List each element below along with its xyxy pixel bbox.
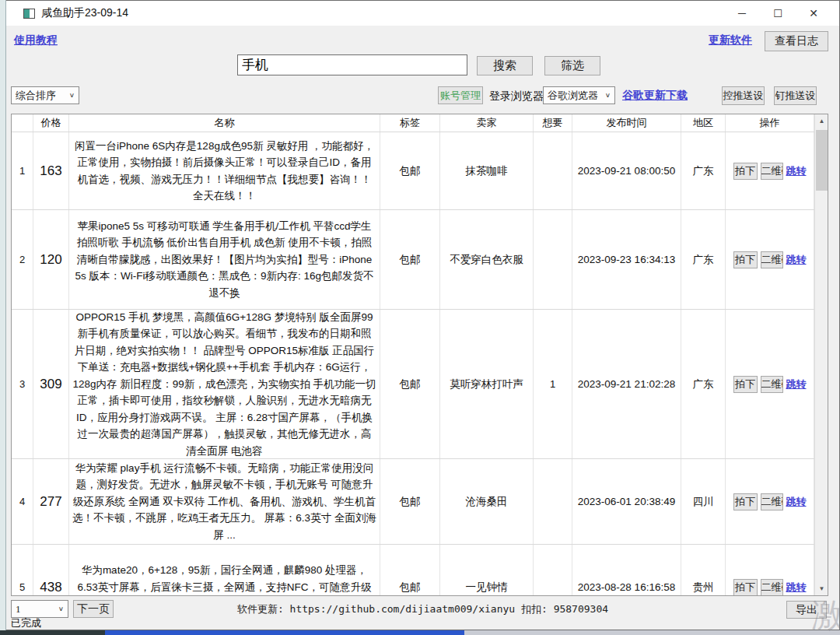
row-item-name: OPPOR15 手机 梦境黑，高颜值6G+128G 梦境特别 版全面屏99新手机… bbox=[69, 310, 380, 458]
row-price: 309 bbox=[33, 310, 69, 458]
row-want-count bbox=[534, 132, 572, 209]
table-row[interactable]: 1 163 闲置一台iPhone 6S内存是128g成色95新 灵敏好用 ，功能… bbox=[12, 132, 814, 210]
qrcode-button[interactable]: 二维码 bbox=[761, 579, 783, 596]
row-number: 5 bbox=[12, 545, 33, 595]
qrcode-button[interactable]: 二维码 bbox=[761, 251, 783, 268]
buy-button[interactable]: 拍下 bbox=[733, 251, 758, 268]
update-software-link[interactable]: 更新软件 bbox=[709, 33, 752, 47]
header-name: 名称 bbox=[69, 114, 380, 132]
row-region: 广东 bbox=[681, 310, 726, 458]
row-region: 贵州 bbox=[681, 545, 726, 595]
filter-button[interactable]: 筛选 bbox=[544, 56, 600, 75]
row-price: 438 bbox=[33, 545, 69, 595]
row-region: 四川 bbox=[681, 459, 726, 544]
buy-button[interactable]: 拍下 bbox=[733, 493, 758, 510]
titlebar[interactable]: 咸鱼助手23-09-14 ─ ☐ ✕ bbox=[6, 1, 839, 26]
status-text: 已完成 bbox=[11, 616, 41, 630]
row-region: 广东 bbox=[681, 132, 726, 209]
search-row: 搜索 筛选 bbox=[6, 54, 839, 77]
header-want: 想要 bbox=[534, 114, 572, 132]
row-price: 277 bbox=[33, 459, 69, 544]
jump-link[interactable]: 跳转 bbox=[786, 253, 807, 267]
sort-select[interactable]: 综合排序 ∨ bbox=[11, 86, 79, 104]
row-number: 3 bbox=[12, 310, 33, 458]
row-publish-time: 2023-09-21 08:00:50 bbox=[572, 132, 681, 209]
header-row-number bbox=[12, 114, 33, 132]
row-tag: 包邮 bbox=[380, 459, 440, 544]
wechat-push-settings-button[interactable]: 控推送设 bbox=[722, 86, 765, 105]
export-button[interactable]: 导出 bbox=[786, 601, 827, 619]
row-seller: 一见钟情 bbox=[440, 545, 534, 595]
row-item-name: 苹果ipone5 5s 可移动可联通 学生备用手机/工作机 平替ccd学生拍照听… bbox=[69, 210, 380, 309]
table-scrollbar[interactable]: ▲ ▼ bbox=[814, 114, 828, 595]
row-want-count bbox=[534, 545, 572, 595]
scrollbar-thumb[interactable] bbox=[816, 130, 828, 191]
scroll-down-icon[interactable]: ▼ bbox=[815, 582, 828, 595]
table-row[interactable]: 4 277 华为荣耀 play手机 运行流畅不卡顿。无暗病，功能正常使用没问题，… bbox=[12, 459, 814, 545]
qrcode-button[interactable]: 二维码 bbox=[761, 376, 783, 393]
close-button[interactable]: ✕ bbox=[796, 1, 831, 26]
search-input[interactable] bbox=[237, 54, 467, 75]
header-price: 价格 bbox=[33, 114, 69, 132]
row-seller: 沧海桑田 bbox=[440, 459, 534, 544]
row-tag: 包邮 bbox=[380, 210, 440, 309]
table-row[interactable]: 5 438 华为mate20，6+128，95新，国行全网通，麒麟980 处理器… bbox=[12, 545, 814, 595]
toolbar: 综合排序 ∨ 账号管理 登录浏览器: 谷歌浏览器 ∨ 谷歌更新下载 控推送设 钉… bbox=[6, 85, 839, 107]
row-seller: 不爱穿白色衣服 bbox=[440, 210, 534, 309]
row-publish-time: 2023-09-23 16:34:13 bbox=[572, 210, 681, 309]
maximize-button[interactable]: ☐ bbox=[760, 1, 796, 26]
row-item-name: 华为mate20，6+128，95新，国行全网通，麒麟980 处理器，6.53英… bbox=[69, 545, 380, 595]
software-update-info: 软件更新: https://github.com/dijiaatm009/xia… bbox=[6, 602, 839, 616]
dingtalk-push-settings-button[interactable]: 钉推送设 bbox=[774, 86, 817, 105]
window-title: 咸鱼助手23-09-14 bbox=[41, 6, 128, 20]
row-number: 2 bbox=[12, 210, 33, 309]
results-table: 价格 名称 标签 卖家 想要 发布时间 地区 操作 1 163 闲置一台iPho… bbox=[11, 114, 828, 596]
browser-select[interactable]: 谷歌浏览器 ∨ bbox=[543, 86, 615, 104]
row-seller: 莫听穿林打叶声 bbox=[440, 310, 534, 458]
links-bar: 使用教程 更新软件 查看日志 bbox=[6, 26, 839, 52]
row-want-count bbox=[534, 459, 572, 544]
row-tag: 包邮 bbox=[380, 545, 440, 595]
jump-link[interactable]: 跳转 bbox=[786, 495, 807, 509]
row-want-count: 1 bbox=[534, 310, 572, 458]
buy-button[interactable]: 拍下 bbox=[733, 579, 758, 596]
row-want-count bbox=[534, 210, 572, 309]
table-row[interactable]: 2 120 苹果ipone5 5s 可移动可联通 学生备用手机/工作机 平替cc… bbox=[12, 210, 814, 310]
table-row[interactable]: 3 309 OPPOR15 手机 梦境黑，高颜值6G+128G 梦境特别 版全面… bbox=[12, 310, 814, 459]
view-log-button[interactable]: 查看日志 bbox=[765, 31, 828, 51]
header-publish-time: 发布时间 bbox=[572, 114, 681, 132]
jump-link[interactable]: 跳转 bbox=[786, 581, 807, 595]
qrcode-button[interactable]: 二维码 bbox=[761, 493, 783, 510]
row-tag: 包邮 bbox=[380, 132, 440, 209]
scroll-up-icon[interactable]: ▲ bbox=[815, 114, 828, 128]
chrome-download-link[interactable]: 谷歌更新下载 bbox=[622, 89, 688, 103]
row-publish-time: 2023-06-01 20:38:49 bbox=[572, 459, 681, 544]
qrcode-button[interactable]: 二维码 bbox=[761, 163, 783, 180]
row-seller: 抹茶咖啡 bbox=[440, 132, 534, 209]
header-tag: 标签 bbox=[380, 114, 440, 132]
jump-link[interactable]: 跳转 bbox=[786, 164, 807, 178]
row-publish-time: 2023-08-28 16:16:58 bbox=[572, 545, 681, 595]
tutorial-link[interactable]: 使用教程 bbox=[14, 33, 58, 47]
buy-button[interactable]: 拍下 bbox=[733, 163, 758, 180]
search-button[interactable]: 搜索 bbox=[477, 56, 533, 75]
row-region: 广东 bbox=[681, 210, 726, 309]
row-number: 4 bbox=[12, 459, 33, 544]
header-seller: 卖家 bbox=[440, 114, 534, 132]
buy-button[interactable]: 拍下 bbox=[733, 376, 758, 393]
minimize-button[interactable]: ─ bbox=[724, 1, 760, 26]
header-actions: 操作 bbox=[726, 114, 814, 132]
row-publish-time: 2023-09-21 21:02:28 bbox=[572, 310, 681, 458]
jump-link[interactable]: 跳转 bbox=[786, 377, 807, 391]
row-number: 1 bbox=[12, 132, 33, 209]
table-body: 1 163 闲置一台iPhone 6S内存是128g成色95新 灵敏好用 ，功能… bbox=[12, 132, 814, 595]
account-manage-button[interactable]: 账号管理 bbox=[438, 86, 483, 104]
row-item-name: 闲置一台iPhone 6S内存是128g成色95新 灵敏好用 ，功能都好，正常使… bbox=[69, 132, 380, 209]
row-tag: 包邮 bbox=[380, 310, 440, 458]
chevron-down-icon: ∨ bbox=[69, 92, 75, 99]
app-icon bbox=[23, 9, 35, 19]
app-window: 咸鱼助手23-09-14 ─ ☐ ✕ 使用教程 更新软件 查看日志 搜索 筛选 … bbox=[6, 0, 840, 630]
row-price: 120 bbox=[33, 210, 69, 309]
table-header-row: 价格 名称 标签 卖家 想要 发布时间 地区 操作 bbox=[12, 114, 814, 132]
row-price: 163 bbox=[33, 132, 69, 209]
